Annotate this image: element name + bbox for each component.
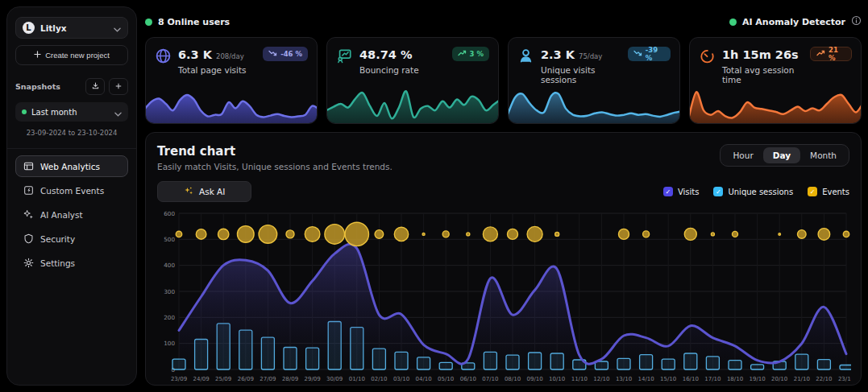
svg-text:01/10: 01/10 (349, 376, 365, 382)
sidebar-item-ai-analyst[interactable]: AI Analyst (15, 204, 128, 225)
litlyx-dashboard: L Litlyx Create new project Snapshots La… (0, 0, 868, 392)
svg-text:08/10: 08/10 (505, 376, 521, 382)
svg-text:07/10: 07/10 (482, 376, 498, 382)
topbar: 8 Online users AI Anomaly Detector (145, 13, 862, 31)
monitor-arrow-icon (336, 47, 353, 64)
legend-events[interactable]: ✓Events (808, 187, 849, 196)
stat-label: Bouncing rate (359, 65, 419, 75)
tab-day[interactable]: Day (763, 147, 800, 163)
trend-badge: -46 % (263, 47, 308, 61)
svg-text:20/10: 20/10 (771, 376, 787, 382)
trend-badge: -39 % (628, 47, 671, 61)
main-content: 8 Online users AI Anomaly Detector 6.3 K… (145, 0, 862, 392)
sparkles-icon (23, 209, 34, 221)
stat-card-unique-sessions: 2.3 K75/day Unique visits sessions -39 % (508, 37, 680, 124)
svg-text:16/10: 16/10 (683, 376, 699, 382)
svg-text:29/09: 29/09 (305, 376, 321, 382)
window-icon (23, 161, 34, 172)
snapshot-date-range: 23-09-2024 to 23-10-2024 (15, 129, 128, 137)
export-snapshot-button[interactable] (85, 78, 105, 95)
stat-label: Total page visits (178, 65, 247, 75)
svg-text:03/10: 03/10 (393, 376, 409, 382)
online-users: 8 Online users (145, 17, 230, 27)
legend-unique-sessions[interactable]: ✓Unique sessions (713, 187, 793, 196)
svg-text:09/10: 09/10 (527, 376, 543, 382)
svg-text:200: 200 (164, 314, 175, 321)
svg-text:15/10: 15/10 (660, 376, 676, 382)
sidebar-divider (7, 148, 136, 149)
bolt-square-icon (23, 185, 34, 196)
svg-text:100: 100 (164, 340, 175, 347)
trend-chart-panel: Trend chart Easily match Visits, Unique … (145, 132, 862, 386)
svg-text:400: 400 (164, 262, 175, 269)
sidebar-item-security[interactable]: Security (15, 228, 128, 250)
trend-chart-svg: 010020030040050060023/0924/0925/0926/092… (157, 208, 851, 384)
stat-card-session-time: 1h 15m 26s Total avg session time 21 % (689, 37, 862, 124)
svg-text:06/10: 06/10 (460, 376, 476, 382)
tab-hour[interactable]: Hour (723, 147, 762, 163)
unique-sessions-checkbox[interactable]: ✓ (713, 187, 723, 196)
svg-text:05/10: 05/10 (438, 376, 454, 382)
snapshot-select[interactable]: Last month (15, 102, 128, 122)
svg-text:500: 500 (164, 236, 175, 243)
stat-card-bouncing-rate: 48.74 % Bouncing rate 3 % (326, 37, 499, 124)
svg-text:23/09: 23/09 (171, 376, 187, 382)
ai-sparkle-icon (184, 186, 193, 197)
stat-value: 2.3 K (541, 48, 575, 61)
trend-chart-subtitle: Easily match Visits, Unique sessions and… (157, 162, 392, 171)
stat-cards-row: 6.3 K208/day Total page visits -46 % 48.… (145, 37, 862, 124)
events-checkbox[interactable]: ✓ (808, 187, 817, 196)
sidebar-item-settings[interactable]: Settings (15, 252, 128, 274)
svg-text:22/10: 22/10 (816, 376, 832, 382)
svg-text:17/10: 17/10 (704, 376, 721, 382)
trend-chart-title: Trend chart (157, 144, 392, 159)
project-logo-icon: L (23, 22, 35, 34)
stat-card-page-visits: 6.3 K208/day Total page visits -46 % (145, 37, 318, 124)
stat-rate: 75/day (579, 52, 602, 60)
plus-icon (34, 51, 41, 60)
sidebar-item-web-analytics[interactable]: Web Analytics (15, 155, 128, 177)
online-status-dot (145, 19, 152, 26)
svg-text:600: 600 (164, 210, 175, 217)
anomaly-status-dot (729, 19, 737, 26)
stat-value: 48.74 % (359, 48, 412, 61)
svg-text:11/10: 11/10 (571, 376, 588, 382)
trend-badge: 21 % (810, 47, 852, 61)
svg-text:02/10: 02/10 (371, 376, 387, 382)
ask-ai-button[interactable]: Ask AI (157, 181, 251, 202)
svg-text:19/10: 19/10 (750, 376, 766, 382)
stat-rate: 208/day (216, 52, 244, 60)
chart-legend: ✓Visits ✓Unique sessions ✓Events (663, 187, 849, 196)
trend-down-icon (633, 50, 642, 58)
project-selector[interactable]: L Litlyx (15, 17, 128, 39)
tab-month[interactable]: Month (800, 147, 846, 163)
create-project-button[interactable]: Create new project (15, 45, 128, 65)
chevron-down-icon (114, 105, 122, 120)
legend-visits[interactable]: ✓Visits (663, 187, 700, 196)
gear-icon (23, 258, 34, 269)
svg-text:18/10: 18/10 (727, 376, 743, 382)
svg-text:10/10: 10/10 (549, 376, 565, 382)
plus-icon (114, 80, 123, 93)
add-snapshot-button[interactable] (109, 78, 128, 95)
range-tabs: Hour Day Month (720, 144, 849, 167)
sidebar-item-custom-events[interactable]: Custom Events (15, 179, 128, 201)
svg-text:26/09: 26/09 (238, 376, 254, 382)
stat-value: 6.3 K (178, 48, 212, 61)
globe-icon (155, 47, 172, 64)
ai-anomaly-detector: AI Anomaly Detector (729, 15, 862, 28)
bouncing-rate-sparkline (326, 80, 499, 124)
shield-icon (23, 233, 34, 245)
session-time-sparkline (689, 80, 862, 124)
svg-text:23/10: 23/10 (838, 376, 851, 382)
download-tray-icon (91, 80, 100, 93)
stat-value: 1h 15m 26s (722, 48, 799, 61)
svg-text:25/09: 25/09 (215, 376, 231, 382)
svg-text:28/09: 28/09 (282, 376, 298, 382)
svg-text:21/10: 21/10 (794, 376, 810, 382)
unique-sessions-sparkline (508, 80, 680, 124)
info-icon[interactable] (851, 15, 862, 28)
person-icon (517, 47, 534, 64)
visits-checkbox[interactable]: ✓ (663, 187, 673, 196)
svg-text:12/10: 12/10 (593, 376, 609, 382)
